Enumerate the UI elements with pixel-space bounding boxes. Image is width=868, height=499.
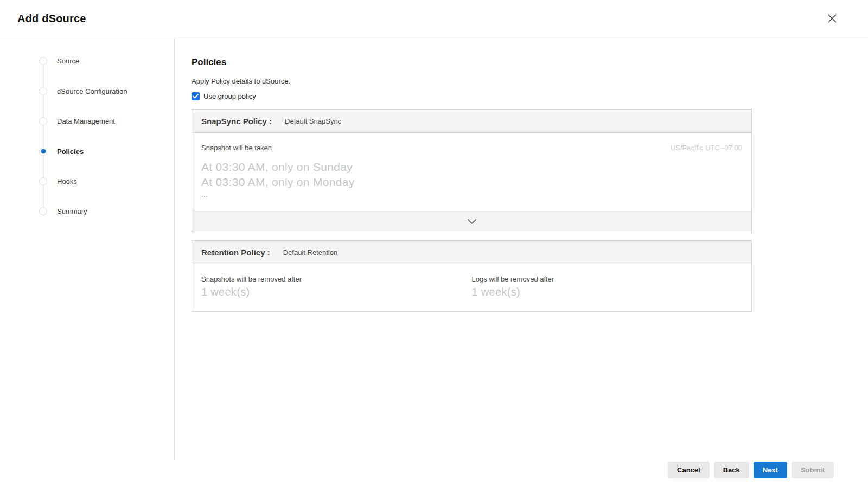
timezone-label: US/Pacific UTC -07:00 xyxy=(671,144,742,152)
sidebar-step-dsource-configuration[interactable]: dSource Configuration xyxy=(39,87,127,95)
checkbox-label: Use group policy xyxy=(203,92,256,100)
snapshots-retention-value: 1 week(s) xyxy=(201,286,472,298)
logs-retention-label: Logs will be removed after xyxy=(472,275,743,283)
step-label: Data Management xyxy=(57,117,115,125)
step-connector-line xyxy=(43,61,44,211)
step-label: Summary xyxy=(57,207,87,215)
use-group-policy-checkbox[interactable]: Use group policy xyxy=(192,92,752,100)
wizard-body: Source dSource Configuration Data Manage… xyxy=(0,37,868,499)
snapsync-policy-value: Default SnapSync xyxy=(285,117,341,125)
schedule-ellipsis: ... xyxy=(201,190,742,198)
snapshots-retention-column: Snapshots will be removed after 1 week(s… xyxy=(201,275,472,298)
schedule-line: At 03:30 AM, only on Sunday xyxy=(201,159,742,175)
logs-retention-column: Logs will be removed after 1 week(s) xyxy=(472,275,743,298)
checkbox-checked-icon xyxy=(192,92,200,100)
step-circle-active xyxy=(39,148,47,156)
close-button[interactable] xyxy=(825,11,840,26)
schedule-label: Snapshot will be taken xyxy=(201,144,272,152)
step-circle xyxy=(39,207,47,215)
next-button[interactable]: Next xyxy=(754,462,787,478)
logs-retention-value: 1 week(s) xyxy=(472,286,743,298)
dialog-header: Add dSource xyxy=(0,0,868,37)
page-title: Policies xyxy=(192,57,752,68)
step-circle xyxy=(39,57,47,65)
step-circle xyxy=(39,87,47,95)
snapsync-policy-header: SnapSync Policy : Default SnapSync xyxy=(192,110,751,133)
snapsync-policy-body: Snapshot will be taken US/Pacific UTC -0… xyxy=(192,133,751,210)
wizard-footer-actions: Cancel Back Next Submit xyxy=(668,462,834,478)
sidebar-step-policies[interactable]: Policies xyxy=(39,147,84,156)
dialog-title: Add dSource xyxy=(17,12,86,25)
snapshots-retention-label: Snapshots will be removed after xyxy=(201,275,472,283)
submit-button[interactable]: Submit xyxy=(792,462,834,478)
retention-policy-panel: Retention Policy : Default Retention Sna… xyxy=(192,240,752,312)
schedule-line: At 03:30 AM, only on Monday xyxy=(201,175,742,190)
retention-policy-header: Retention Policy : Default Retention xyxy=(192,241,751,264)
page-description: Apply Policy details to dSource. xyxy=(192,77,752,85)
sidebar-step-hooks[interactable]: Hooks xyxy=(39,177,77,185)
retention-policy-value: Default Retention xyxy=(283,248,337,257)
back-button[interactable]: Back xyxy=(714,462,749,478)
policies-panel: Policies Apply Policy details to dSource… xyxy=(192,37,752,312)
retention-policy-body: Snapshots will be removed after 1 week(s… xyxy=(192,264,751,311)
snapsync-expand-toggle[interactable] xyxy=(192,210,751,233)
cancel-button[interactable]: Cancel xyxy=(668,462,710,478)
x-icon xyxy=(827,13,838,24)
step-circle xyxy=(39,117,47,125)
sidebar-step-data-management[interactable]: Data Management xyxy=(39,117,115,125)
wizard-steps-sidebar: Source dSource Configuration Data Manage… xyxy=(0,37,175,460)
step-label: Source xyxy=(57,57,79,65)
step-label: dSource Configuration xyxy=(57,87,127,95)
snapsync-policy-title: SnapSync Policy : xyxy=(201,117,272,126)
step-label: Policies xyxy=(57,148,84,156)
step-circle xyxy=(39,177,47,185)
sidebar-step-summary[interactable]: Summary xyxy=(39,207,87,215)
schedule-lines: At 03:30 AM, only on Sunday At 03:30 AM,… xyxy=(201,159,742,198)
retention-policy-title: Retention Policy : xyxy=(201,248,270,257)
step-label: Hooks xyxy=(57,177,77,185)
chevron-down-icon xyxy=(468,219,476,224)
snapsync-policy-panel: SnapSync Policy : Default SnapSync Snaps… xyxy=(192,109,752,233)
sidebar-step-source[interactable]: Source xyxy=(39,56,79,65)
